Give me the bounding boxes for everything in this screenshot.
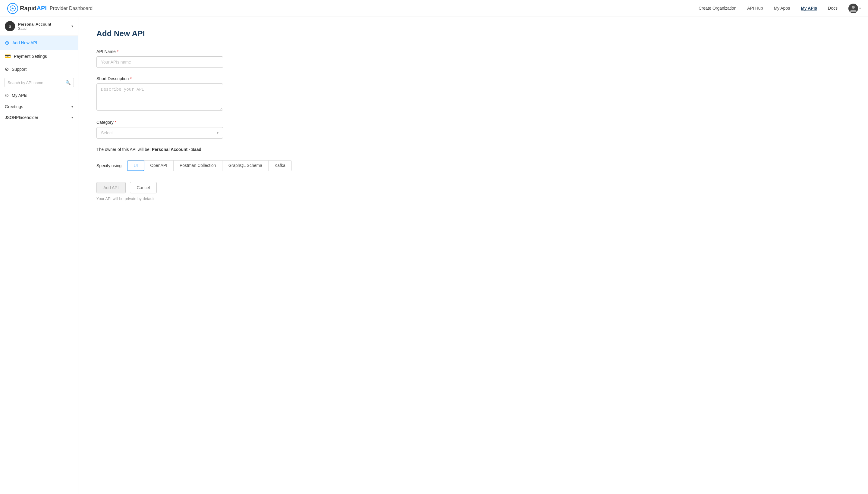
user-avatar-dropdown[interactable]: ▾ [848, 4, 861, 13]
account-name: Saad [18, 26, 69, 31]
nav-my-apps[interactable]: My Apps [774, 6, 790, 11]
logo-text: RapidAPI [20, 5, 48, 12]
search-input[interactable] [7, 80, 63, 85]
logo-rapid: Rapid [20, 5, 37, 12]
sidebar-item-add-new-api[interactable]: ⊕ Add New API [0, 36, 78, 50]
owner-value: Personal Account - Saad [152, 147, 201, 152]
section-left: Greetings [5, 104, 23, 109]
account-type: Personal Account [18, 22, 69, 26]
sidebar-item-label: Payment Settings [14, 54, 47, 59]
header-nav: Create Organization API Hub My Apps My A… [699, 4, 861, 13]
specify-label: Specify using: [96, 163, 123, 168]
logo-api: API [37, 5, 47, 12]
page-title: Add New API [96, 29, 850, 38]
sidebar-item-label: Support [12, 67, 26, 72]
header: RapidAPI Provider Dashboard Create Organ… [0, 0, 868, 17]
category-group: Category * Select ▾ [96, 120, 850, 138]
chevron-down-icon: ▾ [71, 116, 73, 119]
category-label: Category * [96, 120, 850, 125]
sidebar-section-label: Greetings [5, 104, 23, 109]
sidebar: S Personal Account Saad ▾ ⊕ Add New API … [0, 17, 78, 494]
tab-ui[interactable]: UI [127, 160, 144, 171]
section-left: ⊙ My APIs [5, 93, 27, 98]
api-name-label: API Name * [96, 49, 850, 54]
sidebar-item-payment-settings[interactable]: 💳 Payment Settings [0, 50, 78, 63]
plus-circle-icon: ⊕ [5, 39, 10, 46]
description-group: Short Description * [96, 76, 850, 111]
main-content: Add New API API Name * Short Description… [78, 17, 868, 494]
nav-create-org[interactable]: Create Organization [699, 6, 736, 11]
api-name-group: API Name * [96, 49, 850, 68]
account-selector[interactable]: S Personal Account Saad ▾ [0, 17, 78, 36]
circle-check-icon: ⊙ [5, 93, 9, 98]
category-select[interactable]: Select ▾ [96, 127, 223, 138]
chevron-down-icon: ▾ [71, 105, 73, 109]
svg-point-1 [12, 7, 14, 9]
dashboard-title: Provider Dashboard [50, 6, 93, 11]
svg-point-3 [852, 6, 855, 9]
description-textarea[interactable] [96, 83, 223, 111]
sidebar-item-my-apis[interactable]: ⊙ My APIs [0, 90, 78, 101]
section-left: JSONPlaceholder [5, 115, 38, 120]
required-star: * [117, 49, 118, 54]
action-row: Add API Cancel [96, 182, 850, 193]
owner-prefix: The owner of this API will be: [96, 147, 152, 152]
logo[interactable]: RapidAPI Provider Dashboard [7, 3, 93, 14]
private-note: Your API will be private by default [96, 196, 850, 201]
api-name-input[interactable] [96, 56, 223, 68]
avatar-chevron-icon: ▾ [859, 7, 861, 10]
tab-openapi[interactable]: OpenAPI [144, 160, 173, 171]
tab-graphql-schema[interactable]: GraphQL Schema [222, 160, 269, 171]
nav-docs[interactable]: Docs [828, 6, 837, 11]
description-label: Short Description * [96, 76, 850, 81]
layout: S Personal Account Saad ▾ ⊕ Add New API … [0, 17, 868, 494]
nav-my-apis[interactable]: My APIs [801, 6, 817, 11]
api-search[interactable]: 🔍 [4, 78, 74, 87]
required-star: * [130, 76, 131, 81]
add-api-button[interactable]: Add API [96, 182, 126, 193]
category-placeholder: Select [101, 130, 113, 135]
sidebar-item-support[interactable]: ⊘ Support [0, 63, 78, 76]
tab-postman-collection[interactable]: Postman Collection [173, 160, 222, 171]
sidebar-item-jsonplaceholder[interactable]: JSONPlaceholder ▾ [0, 112, 78, 123]
search-icon: 🔍 [66, 80, 71, 85]
tab-kafka[interactable]: Kafka [269, 160, 292, 171]
specify-row: Specify using: UI OpenAPI Postman Collec… [96, 160, 850, 171]
chevron-down-icon: ▾ [217, 131, 219, 135]
owner-info: The owner of this API will be: Personal … [96, 147, 850, 152]
nav-api-hub[interactable]: API Hub [747, 6, 763, 11]
sidebar-section-label: JSONPlaceholder [5, 115, 38, 120]
specify-tabs: UI OpenAPI Postman Collection GraphQL Sc… [127, 160, 292, 171]
account-info: Personal Account Saad [18, 22, 69, 31]
help-circle-icon: ⊘ [5, 66, 9, 72]
account-chevron-icon: ▾ [71, 24, 73, 28]
cancel-button[interactable]: Cancel [130, 182, 157, 193]
sidebar-item-label: Add New API [12, 40, 37, 45]
credit-card-icon: 💳 [5, 53, 11, 59]
sidebar-section-label: My APIs [12, 93, 27, 98]
sidebar-item-greetings[interactable]: Greetings ▾ [0, 101, 78, 112]
user-avatar [848, 4, 858, 13]
account-avatar: S [5, 21, 15, 31]
required-star: * [115, 120, 116, 125]
logo-icon [7, 3, 18, 14]
